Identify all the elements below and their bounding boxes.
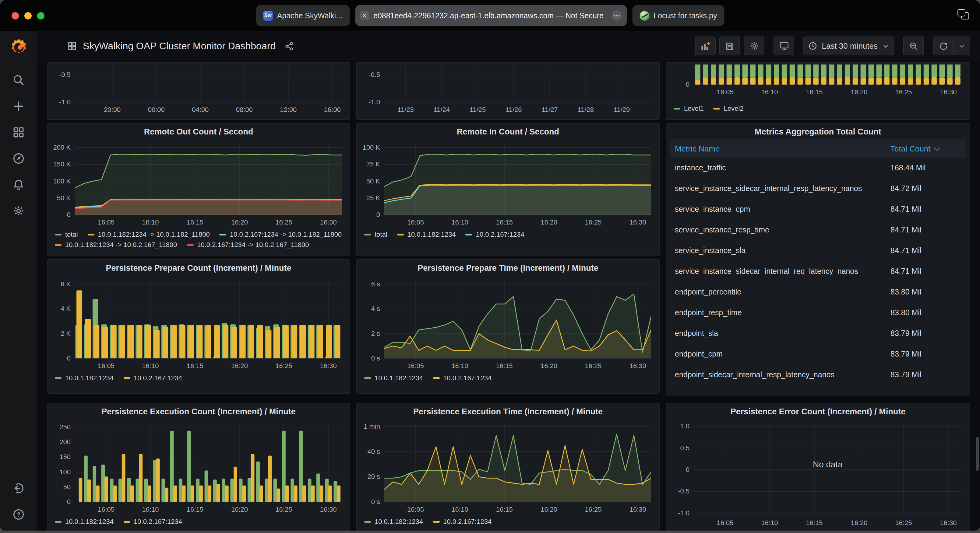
close-tab-icon[interactable]: × bbox=[360, 11, 369, 20]
svg-text:16:15: 16:15 bbox=[187, 362, 204, 370]
alerting-bell-icon[interactable] bbox=[12, 178, 25, 191]
search-icon[interactable] bbox=[12, 74, 25, 86]
column-header-total-count[interactable]: Total Count bbox=[891, 144, 961, 153]
chart-canvas[interactable]: 05010015020025016:0516:1016:1516:2016:25… bbox=[48, 419, 350, 516]
table-row[interactable]: service_instance_cpm84.71 Mil bbox=[670, 199, 966, 220]
time-range-picker[interactable]: Last 30 minutes bbox=[803, 36, 894, 56]
panel-remote-in: Remote In Count / Second 025 K50 K75 K10… bbox=[356, 123, 660, 256]
close-window-button[interactable] bbox=[11, 12, 19, 19]
legend-item[interactable]: 10.0.2.167:1234 bbox=[123, 374, 182, 382]
explore-compass-icon[interactable] bbox=[12, 152, 25, 165]
legend-swatch bbox=[187, 244, 193, 246]
chart-canvas[interactable]: 016:0516:1016:1516:2016:2516:30 bbox=[666, 63, 970, 99]
legend-item[interactable]: Level1 bbox=[674, 105, 704, 113]
tab-overview-icon[interactable] bbox=[958, 9, 969, 19]
legend-item[interactable]: total bbox=[364, 231, 387, 238]
panel-title[interactable]: Metrics Aggregation Total Count bbox=[666, 124, 970, 140]
chart-canvas[interactable]: 050 K100 K150 K200 K16:0516:1016:1516:20… bbox=[48, 140, 350, 228]
legend-item[interactable]: 10.0.2.167:1234 -> 10.0.2.167_11800 bbox=[187, 241, 309, 249]
column-header-metric-name[interactable]: Metric Name bbox=[675, 144, 891, 153]
legend-item[interactable]: total bbox=[55, 231, 78, 238]
table-cell: endpoint_cpm bbox=[675, 350, 891, 359]
panel-title[interactable]: Persistence Prepare Time (Increment) / M… bbox=[357, 260, 659, 276]
svg-text:16:10: 16:10 bbox=[451, 362, 468, 370]
tab-active-elb[interactable]: × e0881eed4-22961232.ap-east-1.elb.amazo… bbox=[355, 5, 627, 26]
table-cell: service_instance_sidecar_internal_req_la… bbox=[675, 267, 891, 276]
configuration-gear-icon[interactable] bbox=[12, 205, 25, 217]
refresh-interval-dropdown[interactable] bbox=[954, 36, 970, 56]
chart-canvas[interactable]: -0.5-1.011/2311/2411/2511/2611/2711/2811… bbox=[357, 63, 659, 120]
legend-item[interactable]: Level2 bbox=[714, 105, 744, 113]
save-dashboard-button[interactable] bbox=[719, 36, 740, 56]
table-row[interactable]: endpoint_sidecar_internal_resp_latency_n… bbox=[670, 365, 966, 385]
table-row[interactable]: endpoint_sla83.79 Mil bbox=[670, 323, 966, 344]
svg-text:16:30: 16:30 bbox=[630, 362, 646, 370]
table-row[interactable]: service_instance_sla84.71 Mil bbox=[670, 240, 966, 261]
table-row[interactable]: endpoint_cpm83.79 Mil bbox=[670, 344, 966, 365]
panel-title[interactable]: Persistence Execution Count (Increment) … bbox=[48, 403, 350, 419]
legend-item[interactable]: 10.0.1.182:1234 -> 10.0.2.167_11800 bbox=[55, 241, 177, 249]
svg-text:16:20: 16:20 bbox=[541, 362, 557, 370]
legend-item[interactable]: 10.0.1.182:1234 -> 10.0.1.182_11800 bbox=[88, 231, 210, 238]
legend-item[interactable]: 10.0.2.167:1234 bbox=[123, 518, 182, 526]
chart-canvas[interactable]: 02 K4 K6 K16:0516:1016:1516:2016:2516:30 bbox=[48, 276, 350, 372]
add-panel-button[interactable] bbox=[695, 36, 716, 56]
sign-in-icon[interactable] bbox=[12, 482, 25, 495]
chart-canvas[interactable]: 0 s2 s4 s6 s16:0516:1016:1516:2016:2516:… bbox=[357, 276, 659, 372]
zoom-window-button[interactable] bbox=[37, 12, 45, 19]
chart-canvas[interactable]: 0 s20 s40 s1 min16:0516:1016:1516:2016:2… bbox=[357, 419, 659, 516]
create-plus-icon[interactable] bbox=[12, 100, 25, 113]
zoom-out-time-button[interactable] bbox=[903, 36, 924, 56]
dashboard-title[interactable]: SkyWalking OAP Cluster Monitor Dashboard bbox=[83, 40, 275, 51]
svg-text:40 s: 40 s bbox=[367, 448, 380, 455]
table-row[interactable]: service_instance_sidecar_internal_req_la… bbox=[670, 261, 966, 282]
svg-text:16:25: 16:25 bbox=[585, 506, 601, 513]
panel-title[interactable]: Persistence Error Count (Increment) / Mi… bbox=[666, 403, 970, 419]
scrollbar-thumb[interactable] bbox=[976, 437, 979, 471]
metrics-table: Metric Name Total Count instance_traffic… bbox=[666, 140, 970, 395]
grafana-logo[interactable] bbox=[8, 37, 29, 60]
legend-item[interactable]: 10.0.1.182:1234 bbox=[364, 374, 423, 382]
dashboard-header: SkyWalking OAP Cluster Monitor Dashboard bbox=[37, 31, 980, 61]
table-row[interactable]: service_instance_sidecar_internal_resp_l… bbox=[670, 178, 966, 199]
legend-item[interactable]: 10.0.2.167:1234 bbox=[466, 231, 524, 238]
legend-item[interactable]: 10.0.2.167:1234 -> 10.0.1.182_11800 bbox=[220, 231, 342, 238]
legend-item[interactable]: 10.0.1.182:1234 bbox=[55, 518, 114, 526]
chart-legend: Level1Level2 bbox=[666, 99, 970, 113]
svg-text:11/24: 11/24 bbox=[434, 106, 450, 113]
chart-canvas[interactable]: -0.5-1.020:0000:0004:0008:0012:0016:00 bbox=[48, 63, 350, 120]
svg-text:1.0: 1.0 bbox=[680, 422, 689, 430]
panel-title[interactable]: Remote In Count / Second bbox=[357, 124, 659, 140]
chart-canvas[interactable]: 025 K50 K75 K100 K16:0516:1016:1516:2016… bbox=[357, 140, 659, 228]
legend-item[interactable]: 10.0.2.167:1234 bbox=[433, 518, 492, 526]
panel-title[interactable]: Remote Out Count / Second bbox=[48, 124, 350, 140]
legend-item[interactable]: 10.0.2.167:1234 bbox=[433, 374, 492, 382]
table-row[interactable]: endpoint_percentile83.80 Mil bbox=[670, 282, 966, 302]
table-cell: endpoint_percentile bbox=[675, 288, 891, 296]
legend-item[interactable]: 10.0.1.182:1234 bbox=[397, 231, 456, 238]
share-icon[interactable] bbox=[284, 41, 294, 51]
table-row[interactable]: service_instance_resp_time84.71 Mil bbox=[670, 220, 966, 240]
dashboards-icon[interactable] bbox=[12, 126, 25, 139]
dashboard-settings-button[interactable] bbox=[744, 36, 764, 56]
help-icon[interactable]: ? bbox=[12, 508, 25, 521]
legend-swatch bbox=[433, 377, 439, 379]
legend-item[interactable]: 10.0.1.182:1234 bbox=[364, 518, 423, 526]
tab-more-icon[interactable] bbox=[611, 10, 622, 21]
table-cell: 83.79 Mil bbox=[891, 371, 961, 379]
minimize-window-button[interactable] bbox=[24, 12, 32, 19]
legend-item[interactable]: 10.0.1.182:1234 bbox=[55, 374, 114, 382]
table-row[interactable]: instance_traffic168.44 Mil bbox=[670, 158, 966, 178]
tab-locust[interactable]: Locust for tasks.py bbox=[632, 5, 724, 26]
table-row[interactable]: endpoint_resp_time83.80 Mil bbox=[670, 302, 966, 323]
refresh-dashboard-button[interactable] bbox=[933, 36, 954, 56]
panel-title[interactable]: Persistence Prepare Count (Increment) / … bbox=[48, 260, 350, 276]
panel-title[interactable]: Persistence Execution Time (Increment) /… bbox=[357, 403, 659, 419]
tab-apache-skywalking[interactable]: Sw Apache SkyWalki... bbox=[256, 5, 350, 26]
svg-text:0: 0 bbox=[67, 498, 71, 506]
chart-canvas[interactable]: 1.00.50-0.5-1.016:0516:1016:1516:2016:25… bbox=[666, 419, 970, 530]
cycle-view-mode-button[interactable] bbox=[773, 36, 794, 56]
table-cell: service_instance_resp_time bbox=[675, 226, 891, 234]
svg-text:200 K: 200 K bbox=[53, 144, 71, 151]
browser-window: Sw Apache SkyWalki... × e0881eed4-229612… bbox=[0, 0, 980, 531]
